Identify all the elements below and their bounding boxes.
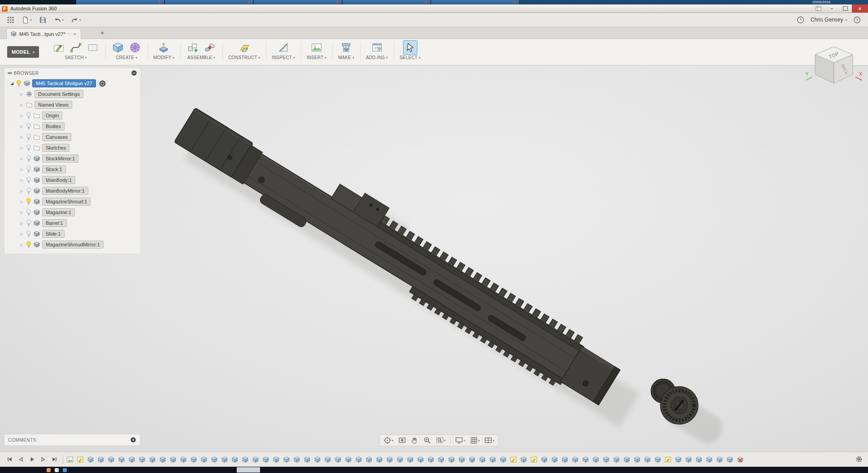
timeline-feature[interactable] [87, 456, 94, 463]
timeline-feature[interactable] [613, 456, 620, 463]
play-button[interactable] [27, 455, 37, 464]
timeline-feature[interactable] [283, 456, 290, 463]
timeline-feature[interactable] [160, 456, 166, 463]
timeline-feature[interactable] [469, 456, 475, 463]
browser-item[interactable]: ▷Barrel:1 [4, 218, 140, 228]
orbit-button[interactable]: ▾ [382, 435, 395, 445]
browser-item-label[interactable]: Bodies [42, 122, 65, 130]
timeline-feature[interactable] [304, 456, 310, 463]
save-button[interactable] [37, 15, 49, 25]
timeline-feature[interactable] [428, 456, 434, 463]
timeline-feature[interactable] [716, 456, 723, 463]
timeline-feature[interactable] [180, 456, 187, 463]
background-browser-tab[interactable] [343, 0, 431, 4]
timeline-feature[interactable] [634, 456, 640, 463]
step-back-button[interactable] [16, 455, 26, 464]
timeline-feature[interactable] [655, 456, 661, 463]
timeline-feature[interactable] [459, 456, 465, 463]
file-button[interactable]: ▾ [19, 15, 34, 25]
background-browser-tab[interactable] [165, 0, 254, 4]
browser-item-label[interactable]: Slide:1 [42, 230, 65, 238]
comments-bar[interactable]: COMMENTS [4, 434, 140, 445]
timeline-sketch-feature[interactable] [665, 456, 671, 463]
visibility-bulb-icon[interactable] [26, 230, 31, 237]
timeline-feature[interactable] [242, 456, 248, 463]
visibility-bulb-icon[interactable] [16, 80, 22, 87]
visibility-bulb-icon[interactable] [26, 241, 31, 248]
browser-item-label[interactable]: Magazine:1 [42, 208, 75, 216]
look-at-button[interactable] [396, 435, 408, 445]
visibility-bulb-icon[interactable] [26, 219, 31, 227]
timeline-sketch-feature[interactable] [510, 456, 516, 463]
maximize-button[interactable] [838, 4, 852, 13]
timeline-feature[interactable] [366, 456, 372, 463]
viewcube[interactable]: TOP BACK Y X [803, 41, 865, 95]
browser-item[interactable]: ▷Stock:1 [4, 164, 140, 175]
expander-icon[interactable]: ▷ [20, 103, 24, 107]
expander-open-icon[interactable]: ◢ [10, 81, 14, 86]
model-magazine-cap[interactable] [651, 379, 698, 424]
timeline-feature[interactable] [686, 456, 692, 463]
timeline-feature[interactable] [727, 456, 733, 463]
timeline-feature[interactable] [314, 456, 321, 463]
browser-item-label[interactable]: Barrel:1 [42, 219, 67, 227]
browser-item-label[interactable]: MainBodyMirror:1 [42, 187, 88, 195]
visibility-bulb-icon[interactable] [26, 166, 31, 173]
visibility-bulb-icon[interactable] [26, 155, 31, 162]
zoom-window-button[interactable]: ▾ [434, 435, 448, 445]
expander-icon[interactable]: ▷ [20, 92, 24, 96]
browser-root-row[interactable]: ◢ M45 Tactical Shotgun v27 [4, 78, 140, 89]
timeline-feature[interactable] [706, 456, 712, 463]
timeline-feature[interactable] [139, 456, 145, 463]
addins-scripts-tool-button[interactable] [370, 41, 384, 54]
press-pull-tool-button[interactable] [157, 41, 170, 54]
timeline-feature[interactable] [490, 456, 496, 463]
close-button[interactable]: × [852, 4, 868, 13]
expander-icon[interactable]: ▷ [20, 114, 24, 118]
browser-item-label[interactable]: Document Settings [35, 90, 83, 98]
timeline-feature[interactable] [129, 456, 135, 463]
timeline-feature[interactable] [252, 456, 259, 463]
new-document-tab-button[interactable]: + [100, 29, 104, 36]
timeline-feature[interactable] [376, 456, 382, 463]
timeline-feature[interactable] [582, 456, 589, 463]
timeline-canvas-feature[interactable] [67, 456, 73, 463]
timeline-feature[interactable] [345, 456, 352, 463]
browser-item[interactable]: ▷Bodies [4, 121, 140, 132]
undo-button[interactable]: ▾ [52, 15, 66, 25]
ribbon-menu-modify[interactable]: MODIFY▾ [153, 55, 174, 60]
ribbon-menu-create[interactable]: CREATE▾ [116, 55, 137, 60]
browser-item[interactable]: ▷Magazine:1 [4, 207, 140, 218]
timeline-feature[interactable] [572, 456, 578, 463]
timeline-feature[interactable] [397, 456, 403, 463]
expander-icon[interactable]: ▷ [20, 243, 24, 247]
windows-taskbar[interactable] [0, 467, 868, 473]
timeline-feature[interactable] [294, 456, 300, 463]
browser-item-label[interactable]: MagazineShroudMirror:1 [42, 241, 104, 249]
pan-button[interactable] [409, 435, 421, 445]
timeline-error-feature[interactable] [737, 456, 743, 463]
joint-tool-button[interactable] [203, 41, 217, 54]
form-sphere-tool-button[interactable] [128, 41, 142, 54]
ribbon-menu-construct[interactable]: CONSTRUCT▾ [228, 55, 260, 60]
panel-collapse-icon[interactable]: ◀◀ [7, 71, 11, 75]
browser-item-label[interactable]: MagazineShroud:1 [42, 198, 91, 206]
redo-button[interactable]: ▾ [69, 15, 83, 25]
insert-canvas-tool-button[interactable] [310, 41, 323, 54]
browser-item[interactable]: ▷Canvases [4, 132, 140, 142]
solid-box-tool-button[interactable] [111, 41, 125, 54]
visibility-bulb-icon[interactable] [26, 187, 31, 194]
ribbon-menu-insert[interactable]: INSERT▾ [307, 55, 326, 60]
tab-close-button[interactable]: × [73, 31, 76, 37]
timeline-feature[interactable] [541, 456, 547, 463]
visibility-bulb-icon[interactable] [26, 123, 31, 130]
expander-icon[interactable]: ▷ [20, 178, 24, 182]
rectangle-tool-button[interactable] [86, 41, 100, 54]
browser-item[interactable]: ▷Slide:1 [4, 228, 140, 239]
browser-item-label[interactable]: Named Views [35, 101, 72, 109]
timeline-feature[interactable] [675, 456, 681, 463]
timeline-feature[interactable] [593, 456, 599, 463]
background-browser-tab[interactable] [76, 0, 165, 4]
timeline-feature[interactable] [500, 456, 506, 463]
app-grid-button[interactable] [4, 15, 17, 25]
